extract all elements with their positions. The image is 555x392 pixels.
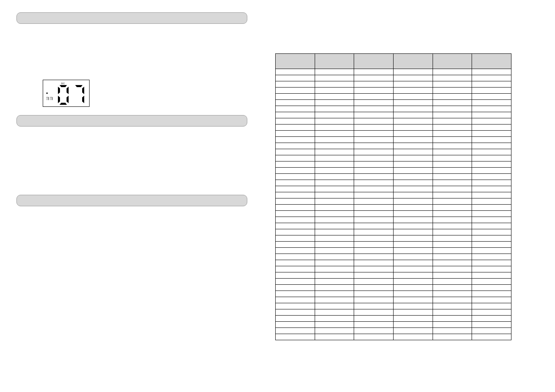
table-row <box>276 334 511 340</box>
table-cell <box>315 272 354 279</box>
table-row <box>276 131 511 137</box>
table-cell <box>393 205 433 211</box>
table-cell <box>433 297 472 303</box>
table-cell <box>433 223 472 229</box>
table-row <box>276 217 511 223</box>
table-cell <box>354 192 394 198</box>
table-row <box>276 235 511 242</box>
table-cell <box>276 242 315 248</box>
table-cell <box>472 118 511 125</box>
table-cell <box>315 322 354 328</box>
table-cell <box>393 125 433 131</box>
col-header <box>472 54 511 69</box>
table-cell <box>315 118 354 125</box>
table-cell <box>472 198 511 205</box>
table-cell <box>433 248 472 254</box>
table-cell <box>393 272 433 279</box>
table-cell <box>276 316 315 322</box>
table-row <box>276 186 511 192</box>
table-cell <box>315 316 354 322</box>
table-cell <box>393 229 433 235</box>
table-cell <box>433 254 472 260</box>
table-row <box>276 174 511 180</box>
table-cell <box>433 168 472 174</box>
table-cell <box>354 272 394 279</box>
table-cell <box>433 88 472 94</box>
table-cell <box>276 334 315 340</box>
table-cell <box>354 155 394 161</box>
table-cell <box>393 106 433 112</box>
table-cell <box>393 112 433 118</box>
table-cell <box>354 328 394 334</box>
seven-seg-digit-0-icon <box>58 85 70 105</box>
table-row <box>276 254 511 260</box>
table-cell <box>315 211 354 217</box>
table-row <box>276 285 511 291</box>
table-cell <box>276 260 315 266</box>
table-cell <box>354 205 394 211</box>
col-header <box>315 54 354 69</box>
table-cell <box>276 254 315 260</box>
table-cell <box>315 242 354 248</box>
table-cell <box>276 137 315 143</box>
table-row <box>276 223 511 229</box>
table-cell <box>472 192 511 198</box>
col-header <box>393 54 433 69</box>
col-header <box>433 54 472 69</box>
table-cell <box>433 94 472 100</box>
table-row <box>276 328 511 334</box>
table-cell <box>393 334 433 340</box>
table-cell <box>354 94 394 100</box>
table-cell <box>315 137 354 143</box>
table-cell <box>433 69 472 75</box>
table-cell <box>276 186 315 192</box>
table-cell <box>354 88 394 94</box>
table-cell <box>433 180 472 186</box>
table-cell <box>354 217 394 223</box>
table-cell <box>315 186 354 192</box>
table-cell <box>315 94 354 100</box>
table-row <box>276 316 511 322</box>
table-cell <box>315 180 354 186</box>
left-column: DC ● ヨヨ <box>16 12 251 213</box>
table-cell <box>276 322 315 328</box>
table-cell <box>393 131 433 137</box>
table-row <box>276 198 511 205</box>
table-cell <box>472 180 511 186</box>
table-cell <box>472 186 511 192</box>
table-row <box>276 248 511 254</box>
table-cell <box>354 279 394 285</box>
table-row <box>276 75 511 81</box>
table-row <box>276 260 511 266</box>
table-cell <box>433 186 472 192</box>
table-cell <box>315 285 354 291</box>
table-cell <box>433 75 472 81</box>
table-cell <box>276 205 315 211</box>
table-cell <box>433 192 472 198</box>
table-cell <box>433 161 472 168</box>
table-cell <box>472 229 511 235</box>
table-cell <box>472 309 511 316</box>
table-cell <box>354 149 394 155</box>
lcd-unit-label: ヨヨ <box>46 97 53 101</box>
table-row <box>276 69 511 75</box>
table-cell <box>354 297 394 303</box>
table-cell <box>393 69 433 75</box>
table-cell <box>276 229 315 235</box>
table-cell <box>354 285 394 291</box>
table-cell <box>472 137 511 143</box>
table-row <box>276 118 511 125</box>
lcd-status-dot-icon: ● <box>46 92 48 95</box>
table-cell <box>276 168 315 174</box>
table-row <box>276 94 511 100</box>
table-cell <box>354 186 394 192</box>
table-cell <box>472 69 511 75</box>
table-cell <box>315 88 354 94</box>
section-header-1 <box>16 12 247 24</box>
table-cell <box>393 180 433 186</box>
table-cell <box>354 260 394 266</box>
table-cell <box>354 75 394 81</box>
table-cell <box>393 235 433 242</box>
table-cell <box>276 149 315 155</box>
table-cell <box>472 100 511 106</box>
